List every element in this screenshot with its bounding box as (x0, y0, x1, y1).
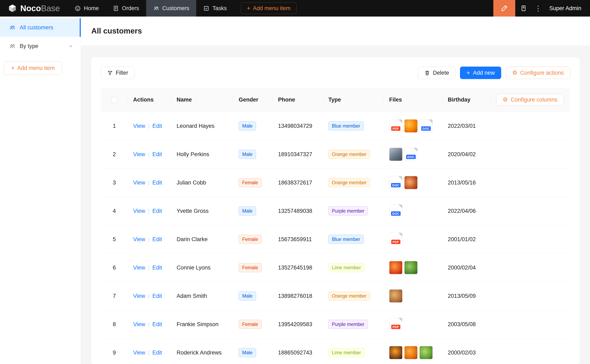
configure-actions-button[interactable]: ⚙ Configure actions (506, 67, 570, 79)
filter-button[interactable]: Filter (101, 67, 135, 79)
birthday-value: 2003/05/08 (442, 310, 491, 338)
image-thumbnail[interactable] (419, 346, 433, 359)
image-thumbnail[interactable] (404, 176, 418, 189)
view-link[interactable]: View (133, 236, 145, 242)
nav-item-orders[interactable]: Orders (106, 0, 146, 17)
table-row: 7 View|Edit Adam Smith Male 13898276018 … (101, 282, 570, 310)
phone-value: 18638372617 (273, 169, 323, 197)
plus-icon: + (11, 65, 15, 71)
sidebar-item-all-customers[interactable]: All customers (0, 18, 81, 37)
view-link[interactable]: View (133, 350, 145, 356)
page-title: All customers (91, 27, 142, 35)
view-link[interactable]: View (133, 321, 145, 327)
divider: | (148, 350, 149, 356)
filter-funnel-icon (107, 70, 113, 76)
customer-name: Adam Smith (171, 282, 233, 310)
nocobase-logo[interactable]: NocoBase (0, 0, 68, 17)
configure-columns-label: Configure columns (511, 97, 557, 103)
divider: | (148, 293, 149, 299)
file-thumbnails (389, 346, 437, 359)
gender-tag: Male (239, 206, 256, 215)
edit-link[interactable]: Edit (152, 293, 162, 299)
table-row: 3 View|Edit Julian Cobb Female 186383726… (101, 169, 570, 197)
phone-value: 13498034729 (273, 112, 323, 140)
view-link[interactable]: View (133, 265, 145, 271)
phone-value: 13527645198 (273, 254, 323, 282)
pdf-file-icon[interactable]: PDF (389, 119, 402, 133)
current-user[interactable]: Super Admin (544, 5, 590, 12)
app-shell: All customers By type + Add menu item Al… (0, 17, 590, 364)
gear-icon: ⚙ (512, 70, 517, 76)
table-row: 8 View|Edit Frankie Simpson Female 13954… (101, 310, 570, 338)
phone-value: 15673659911 (273, 225, 323, 254)
image-thumbnail[interactable] (389, 261, 402, 274)
doc-file-icon[interactable]: DOC (389, 204, 402, 218)
add-menu-item-label: Add menu item (17, 65, 55, 71)
divider: | (148, 123, 149, 129)
edit-link[interactable]: Edit (152, 151, 162, 157)
pdf-file-icon[interactable]: PDF (389, 318, 402, 331)
edit-link[interactable]: Edit (152, 208, 162, 214)
more-options-button[interactable]: ⋮ (532, 4, 544, 13)
gender-tag: Female (239, 320, 262, 329)
view-link[interactable]: View (133, 180, 145, 186)
image-thumbnail[interactable] (404, 346, 418, 359)
image-thumbnail[interactable] (404, 119, 418, 133)
phone-value: 18910347327 (273, 140, 323, 169)
customer-name: Darin Clarke (171, 225, 233, 254)
birthday-value: 2001/01/02 (442, 225, 491, 254)
main-area: All customers Filter (81, 17, 590, 364)
row-index: 4 (101, 197, 128, 225)
image-thumbnail[interactable] (389, 148, 402, 161)
top-navbar: NocoBase Home Orders Customers Tasks (0, 0, 590, 17)
select-all-checkbox[interactable] (111, 97, 117, 103)
configure-actions-label: Configure actions (520, 70, 564, 76)
view-link[interactable]: View (133, 293, 145, 299)
view-link[interactable]: View (133, 208, 145, 214)
nav-item-label: Tasks (212, 5, 227, 12)
edit-link[interactable]: Edit (152, 180, 162, 186)
divider: | (148, 151, 149, 157)
navbar-add-menu-item-button[interactable]: + Add menu item (241, 2, 297, 14)
nav-item-label: Orders (122, 5, 139, 12)
content-area: Filter Delete + Add new (81, 46, 590, 364)
view-link[interactable]: View (133, 151, 145, 157)
pdf-file-icon[interactable]: PDF (389, 233, 402, 246)
edit-link[interactable]: Edit (152, 265, 162, 271)
phone-value: 13898276018 (273, 282, 323, 310)
navbar-right-cluster: ⋮ Super Admin (493, 0, 590, 17)
doc-file-icon[interactable]: DOC (389, 176, 402, 189)
image-thumbnail[interactable] (389, 346, 402, 359)
phone-value: 18865092743 (273, 338, 323, 364)
doc-file-icon[interactable]: DOC (419, 119, 433, 133)
image-thumbnail[interactable] (389, 289, 402, 303)
column-header-actions: Actions (128, 88, 171, 112)
doc-file-icon[interactable]: DOC (404, 148, 418, 161)
nav-item-customers[interactable]: Customers (146, 0, 196, 17)
view-link[interactable]: View (133, 123, 145, 129)
sidebar-item-by-type[interactable]: By type (0, 37, 81, 55)
sidebar-add-menu-item-button[interactable]: + Add menu item (4, 61, 62, 75)
delete-label: Delete (433, 70, 449, 76)
nav-item-home[interactable]: Home (68, 0, 106, 17)
row-index: 1 (101, 112, 128, 140)
customer-name: Roderick Andrews (171, 338, 233, 364)
nav-item-tasks[interactable]: Tasks (196, 0, 234, 17)
configure-columns-button[interactable]: ⚙ Configure columns (496, 94, 564, 105)
edit-link[interactable]: Edit (152, 321, 162, 327)
delete-button[interactable]: Delete (418, 67, 455, 79)
api-doc-button[interactable] (515, 0, 532, 17)
ui-editor-button[interactable] (493, 0, 515, 17)
edit-link[interactable]: Edit (152, 350, 162, 356)
member-type-tag: Lime member (328, 348, 365, 357)
edit-link[interactable]: Edit (152, 236, 162, 242)
birthday-value: 2000/02/04 (442, 254, 491, 282)
highlighter-pen-icon (501, 5, 508, 12)
birthday-value: 2013/05/16 (442, 169, 491, 197)
edit-link[interactable]: Edit (152, 123, 162, 129)
tablet-icon (520, 5, 527, 12)
logo-text-noco: Noco (20, 4, 41, 13)
file-thumbnails: PDF (389, 233, 437, 246)
add-new-button[interactable]: + Add new (460, 67, 501, 79)
image-thumbnail[interactable] (404, 261, 418, 274)
